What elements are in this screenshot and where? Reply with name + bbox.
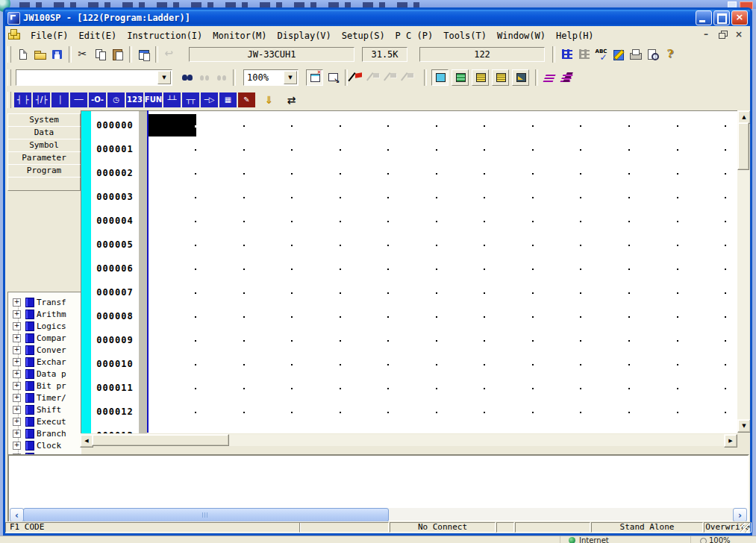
tree-item-bitpr[interactable]: +Bit pr: [13, 380, 66, 391]
paste-window-button[interactable]: [135, 46, 152, 63]
ladder-list-button[interactable]: [575, 46, 593, 63]
monitor-dark-button[interactable]: [512, 69, 529, 86]
tree-expand-button[interactable]: +: [13, 394, 21, 402]
stack-purple-b-button[interactable]: [558, 69, 575, 86]
menu-item-pcp[interactable]: P C (P): [390, 29, 439, 43]
spell-check-button[interactable]: [593, 46, 610, 63]
tree-item-clock[interactable]: +Clock: [13, 440, 61, 451]
tree-expand-button[interactable]: +: [13, 442, 21, 450]
toolbar-grip[interactable]: [7, 69, 11, 86]
tree-expand-button[interactable]: +: [13, 310, 21, 318]
menu-item-toolst[interactable]: Tools(T): [438, 29, 492, 43]
find-next-button[interactable]: [213, 69, 230, 86]
menu-item-displayv[interactable]: Display(V): [272, 29, 337, 43]
output-panel-scrollbar[interactable]: ‹ ›: [10, 508, 747, 521]
tree-expand-button[interactable]: +: [13, 322, 21, 330]
edit-pencil-button[interactable]: ✎: [238, 92, 255, 107]
output-coil-button[interactable]: -O-: [89, 92, 106, 107]
zoom-fit-button[interactable]: [325, 69, 342, 86]
horizontal-scrollbar-thumb[interactable]: [92, 434, 229, 446]
close-button[interactable]: ×: [731, 10, 748, 25]
marker-gray-b-button[interactable]: [385, 69, 402, 86]
tree-item-conver[interactable]: +Conver: [13, 345, 66, 355]
tree-item-execut[interactable]: +Execut: [13, 416, 66, 427]
menu-item-helph[interactable]: Help(H): [551, 29, 599, 43]
tree-item-compar[interactable]: +Compar: [13, 333, 66, 343]
function-fun-button[interactable]: FUN: [145, 92, 162, 107]
zoom-window-button[interactable]: [306, 69, 323, 86]
output-panel[interactable]: ‹ ›: [7, 454, 749, 523]
search-dropdown-button[interactable]: ▼: [157, 71, 171, 84]
save-button[interactable]: [49, 46, 66, 63]
find-prev-button[interactable]: [196, 69, 213, 86]
title-bar[interactable]: JW100SP - [122(Program:Ladder)] ×: [5, 10, 750, 26]
tree-expand-button[interactable]: +: [13, 430, 21, 438]
contact-closed-button[interactable]: ┤/├: [33, 92, 50, 107]
cut-button[interactable]: [75, 46, 92, 63]
stack-purple-a-button[interactable]: [541, 69, 558, 86]
menu-item-filef[interactable]: File(F): [25, 29, 74, 43]
tree-item-shift[interactable]: +Shift: [13, 404, 61, 415]
minimize-button[interactable]: [696, 10, 712, 25]
constant-123-button[interactable]: 123: [126, 92, 143, 107]
tree-item-logics[interactable]: +Logics: [13, 321, 66, 331]
tree-expand-button[interactable]: +: [13, 382, 21, 390]
vertical-line-button[interactable]: │: [51, 92, 69, 107]
tree-item-arithm[interactable]: +Arithm: [13, 309, 66, 319]
menu-item-instructioni[interactable]: Instruction(I): [122, 29, 207, 43]
maximize-button[interactable]: [713, 10, 730, 25]
vertical-scrollbar-thumb[interactable]: [737, 122, 749, 170]
monitor-yellow-b-button[interactable]: [492, 69, 509, 86]
print-preview-button[interactable]: [644, 46, 661, 63]
monitor-cyan-button[interactable]: [431, 69, 449, 86]
mdi-restore-button[interactable]: [717, 30, 728, 40]
tree-expand-button[interactable]: +: [13, 406, 21, 414]
marker-red-button[interactable]: [351, 69, 368, 86]
horizontal-scrollbar[interactable]: ◀ ▶: [80, 434, 737, 446]
menu-item-windoww[interactable]: Window(W): [492, 29, 551, 43]
resize-grip[interactable]: [740, 523, 750, 533]
tree-expand-button[interactable]: +: [13, 334, 21, 342]
monitor-yellow-a-button[interactable]: [472, 69, 489, 86]
vertical-scrollbar[interactable]: ▲ ▼: [737, 110, 749, 433]
swap-cursor-button[interactable]: ⇄: [283, 92, 300, 107]
tree-item-timer[interactable]: +Timer/: [13, 392, 66, 403]
menu-item-monitorm[interactable]: Monitor(M): [207, 29, 272, 43]
marker-gray-a-button[interactable]: [368, 69, 385, 86]
grid-window-button[interactable]: ▦: [219, 92, 237, 107]
timer-coil-button[interactable]: ◷: [107, 92, 125, 107]
monitor-green-button[interactable]: [452, 69, 469, 86]
tree-item-datap[interactable]: +Data p: [13, 368, 66, 379]
print-button[interactable]: [627, 46, 644, 63]
mdi-minimize-button[interactable]: –: [701, 30, 711, 40]
tree-expand-button[interactable]: +: [13, 298, 21, 307]
menu-item-setups[interactable]: Setup(S): [337, 29, 390, 43]
scroll-right-button[interactable]: ▶: [724, 434, 737, 448]
sidebar-button-blank[interactable]: [7, 177, 81, 191]
ladder-cursor[interactable]: [149, 114, 196, 136]
output-scrollbar-thumb[interactable]: [23, 508, 389, 522]
marker-gray-c-button[interactable]: [402, 69, 419, 86]
scroll-down-button[interactable]: ▼: [737, 419, 750, 433]
ladder-grid[interactable]: [149, 110, 737, 433]
mdi-close-button[interactable]: ×: [734, 30, 744, 40]
edge-down-button[interactable]: ┴┴: [163, 92, 181, 107]
tree-item-transf[interactable]: +Transf: [13, 297, 66, 307]
tree-item-exchar[interactable]: +Exchar: [13, 357, 66, 367]
edge-up-button[interactable]: ┬┬: [182, 92, 199, 107]
zoom-dropdown-button[interactable]: ▼: [284, 71, 297, 84]
find-button[interactable]: [178, 69, 196, 86]
diode-button[interactable]: ─▷: [201, 92, 218, 107]
stack-down-button[interactable]: ⇓: [260, 92, 278, 107]
tree-expand-button[interactable]: +: [13, 370, 21, 378]
undo-button[interactable]: [161, 46, 178, 63]
search-input[interactable]: [16, 72, 161, 83]
tree-expand-button[interactable]: +: [13, 346, 21, 354]
output-scroll-left-button[interactable]: ‹: [10, 508, 24, 522]
tree-item-branch[interactable]: +Branch: [13, 428, 66, 439]
output-scroll-right-button[interactable]: ›: [733, 508, 747, 522]
contact-open-button[interactable]: ┤ ├: [14, 92, 31, 107]
toolbar-grip[interactable]: [7, 46, 11, 63]
open-button[interactable]: [31, 46, 49, 63]
help-button[interactable]: [661, 46, 678, 63]
